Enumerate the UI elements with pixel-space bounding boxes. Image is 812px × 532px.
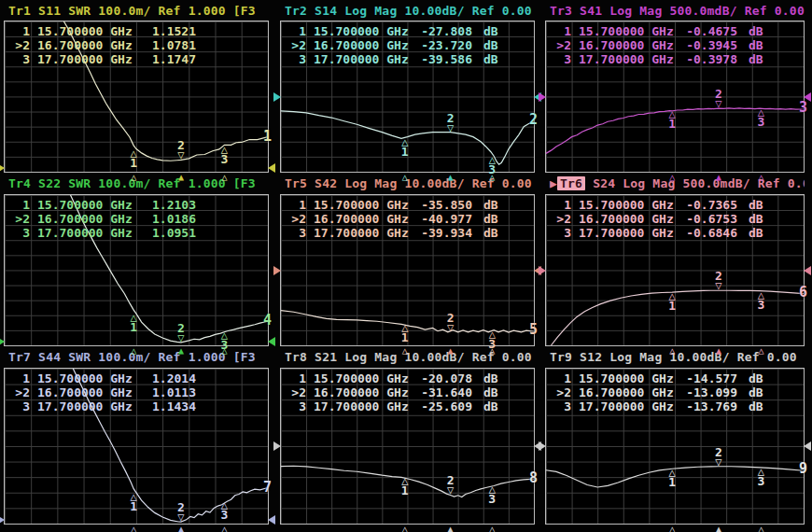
trace-header-tr3[interactable]: Tr3 S41 Log Mag 500.0mdB/ Ref 0.00 [545,0,805,21]
marker-number: >2 [11,212,30,226]
marker-number-label: 1 [401,332,409,343]
marker-3-handle[interactable]: △3 [758,468,765,487]
marker-3-handle[interactable]: △3 [488,485,496,505]
marker-2-handle[interactable]: 2▽ [447,313,455,332]
ref-level-arrow-icon [268,337,275,346]
trace-name: Tr3 [550,4,572,18]
marker-frequency: 16.700000 GHz [37,38,138,52]
trace-number-label: 1 [263,130,272,143]
marker-value: 1.2103 [138,198,196,212]
marker-2-handle[interactable]: 2▽ [715,447,722,467]
marker-row: 115.700000 GHz-0.4675dB [553,24,763,38]
marker-unit: dB [483,24,498,38]
marker-triangle-icon: ▽ [177,334,184,343]
marker-2-handle[interactable]: 2▽ [177,323,185,343]
marker-unit: dB [749,198,763,212]
marker-number: 3 [553,52,571,66]
marker-1-handle[interactable]: △1 [401,138,409,158]
marker-2-handle[interactable]: 2▽ [447,475,455,495]
trace-plot-tr7: 115.700000 GHz1.2014>216.700000 GHz1.011… [4,368,269,525]
marker-value: -27.808 [414,24,472,38]
marker-1-handle[interactable]: △1 [668,292,676,312]
trace-number-label: 2 [529,113,538,126]
marker-number: 1 [11,24,30,38]
marker-row: >216.700000 GHz-0.6753dB [553,212,763,226]
trace-number-label: 7 [263,481,272,494]
marker-frequency: 17.700000 GHz [37,226,138,240]
marker-number: 3 [287,52,306,66]
marker-1-handle[interactable]: △1 [401,477,409,497]
marker-stimulus-tick-icon: △ [131,525,136,532]
marker-2-handle[interactable]: 2▽ [177,140,185,160]
marker-frequency: 17.700000 GHz [579,52,679,66]
marker-frequency: 17.700000 GHz [37,399,138,413]
marker-3-handle[interactable]: △3 [758,291,765,311]
marker-stimulus-tick-icon: ▲ [716,173,721,181]
ref-level-arrow-icon [273,441,281,451]
marker-1-handle[interactable]: △1 [668,469,676,488]
marker-unit: dB [483,198,498,212]
marker-number-label: 3 [221,510,229,521]
marker-2-handle[interactable]: 2▽ [715,271,722,290]
marker-value: -40.977 [414,212,472,226]
marker-stimulus-tick-icon: △ [489,346,495,355]
ref-level-arrow-icon [539,266,546,275]
marker-triangle-icon: ▽ [447,324,454,332]
trace-header-tr1[interactable]: Tr1 S11 SWR 100.0m/ Ref 1.000 [F3 [4,0,269,21]
marker-row: 115.700000 GHz-14.577dB [553,371,763,385]
marker-stimulus-tick-icon: △ [758,173,763,181]
marker-table: 115.700000 GHz-20.078dB>216.700000 GHz-3… [287,371,498,413]
marker-1-handle[interactable]: △1 [130,149,137,169]
marker-2-handle[interactable]: 2▽ [715,89,722,108]
trace-plot-tr1: 115.700000 GHz1.1521>216.700000 GHz1.078… [4,21,269,173]
marker-1-handle[interactable]: △1 [668,110,676,130]
marker-number-label: 1 [130,322,137,333]
marker-frequency: 17.700000 GHz [37,52,138,66]
marker-value: -0.6846 [679,226,737,240]
marker-unit: dB [749,38,763,52]
marker-2-handle[interactable]: 2▽ [447,113,455,133]
marker-table: 115.700000 GHz1.2103>216.700000 GHz1.018… [11,198,207,240]
marker-3-handle[interactable]: △3 [758,108,765,128]
ref-level-arrow-icon [0,163,5,173]
marker-triangle-icon: ▽ [715,282,721,290]
marker-unit: dB [749,385,763,399]
marker-number: 1 [553,371,571,385]
marker-1-handle[interactable]: △1 [401,324,409,343]
marker-row: >216.700000 GHz1.0186 [11,212,207,226]
vna-screen: Tr1 S11 SWR 100.0m/ Ref 1.000 [F3 115.70… [0,0,812,532]
marker-triangle-icon: ▽ [177,513,184,522]
marker-value: -39.934 [414,226,472,240]
marker-stimulus-tick-icon: △ [758,525,763,532]
trace-header-tr2[interactable]: Tr2 S14 Log Mag 10.00dB/ Ref 0.00 [280,0,535,21]
marker-unit: dB [483,399,498,413]
marker-row: 115.700000 GHz-0.7365dB [553,198,763,212]
marker-3-handle[interactable]: △3 [221,501,229,521]
marker-value: -14.577 [679,371,737,385]
marker-frequency: 17.700000 GHz [579,399,679,413]
marker-triangle-icon: ▽ [177,151,184,160]
marker-row: 115.700000 GHz-27.808dB [287,24,498,38]
marker-stimulus-tick-icon: △ [131,346,136,355]
marker-1-handle[interactable]: △1 [130,314,137,333]
active-trace-arrow-icon: ▶ [550,176,557,190]
marker-stimulus-tick-icon: △ [131,173,136,181]
marker-unit: dB [749,226,763,240]
trace-number-label: 6 [799,286,807,299]
marker-stimulus-tick-icon: ▲ [448,173,454,181]
marker-1-handle[interactable]: △1 [130,493,137,512]
marker-frequency: 16.700000 GHz [579,38,679,52]
marker-row: 317.700000 GHz-0.6846dB [553,226,763,240]
marker-frequency: 15.700000 GHz [314,371,414,385]
marker-value: -39.586 [414,52,472,66]
marker-3-handle[interactable]: △3 [221,146,229,165]
marker-frequency: 17.700000 GHz [314,52,414,66]
marker-number: 3 [11,399,30,413]
marker-number-label: 3 [758,476,765,487]
marker-2-handle[interactable]: 2▽ [177,502,185,522]
marker-frequency: 15.700000 GHz [37,198,138,212]
marker-frequency: 16.700000 GHz [37,385,138,399]
marker-number: 1 [11,198,30,212]
marker-stimulus-tick-icon: △ [669,173,675,181]
marker-row: 115.700000 GHz1.1521 [11,24,207,38]
